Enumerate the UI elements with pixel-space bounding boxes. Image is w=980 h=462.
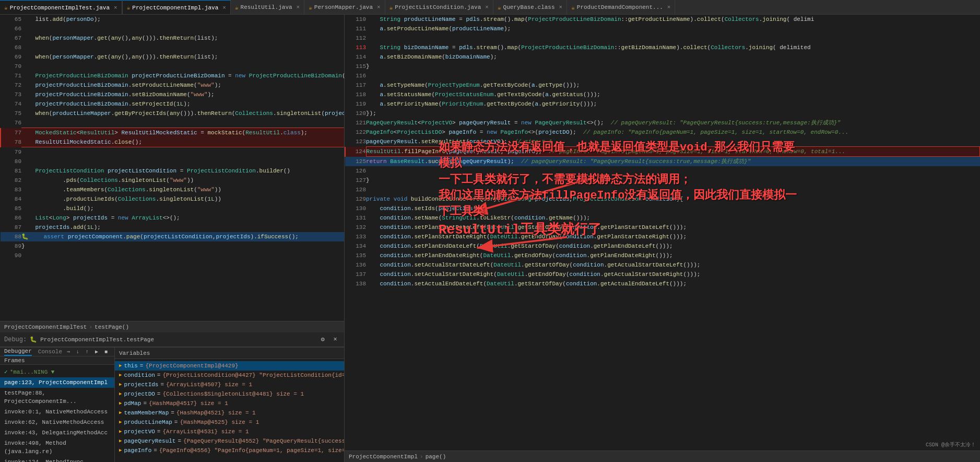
main-layout: 65 list.add(personDo); 66 67 when(person… [0,15,980,462]
table-row: 121 PageQueryResult<ProjectVO> pageQuery… [345,118,980,128]
expand-icon: ▶ [119,362,122,370]
frame-item[interactable]: invoke:43, DelegatingMethodAcc [0,428,114,438]
debugger-tab[interactable]: Debugger [4,348,32,356]
close-icon-r6[interactable]: × [667,4,671,10]
expand-icon: ▶ [119,446,122,455]
step-out-icon[interactable]: ↑ [83,348,91,356]
var-item-teammembermap[interactable]: ▶ teamMemberMap = {HashMap@4521} size = … [115,408,344,418]
close-icon-r5[interactable]: × [559,4,563,10]
tab-java-icon-r6: ☕ [571,4,575,11]
debug-config-label[interactable]: ProjectComponentImplTest.testPage [40,337,154,343]
table-row: 127 } [345,176,980,185]
table-row: 66 [1,24,344,33]
step-into-icon[interactable]: ↓ [74,348,82,356]
table-row: 138 condition.setActualEndDateLeft(DateU… [345,279,980,288]
frames-section: Debugger Console ⇒ ↓ ↑ ▶ ■ ⋮ Frames [0,348,115,462]
tab-right-1[interactable]: ☕ ProjectComponentImpl.java × [123,0,231,15]
breadcrumb-part-r1[interactable]: ProjectComponentImpl [349,454,418,460]
resume-icon[interactable]: ▶ [92,348,101,356]
table-row: 69 when(personMapper.get(any(),any())).t… [1,52,344,62]
table-row: 132 condition.setPlanStartDateLeft(DateU… [345,223,980,232]
table-row: 115 } [345,62,980,71]
var-item-productlinemap[interactable]: ▶ productLineMap = {HashMap@4525} size =… [115,418,344,427]
expand-icon: ▶ [119,399,122,408]
frame-item-active[interactable]: page:123, ProjectComponentImpl [0,377,114,388]
table-row: 84 .productLineIds(Collections.singleton… [1,194,344,204]
variables-header: Variables [115,348,344,359]
table-row: 73 projectProductLineBizDomain.setBizDom… [1,90,344,99]
frame-item[interactable]: invoke:124, MethodInvoc [0,457,114,462]
breadcrumb-part-2[interactable]: testPage() [95,324,129,330]
right-code-area[interactable]: 110 String productLineName = pdls.stream… [345,15,980,451]
right-panel: 110 String productLineName = pdls.stream… [345,15,980,462]
table-row: 117 a.setTypeName(ProjectTypeEnum.getTex… [345,80,980,90]
var-item-pageinfo[interactable]: ▶ pageInfo = {PageInfo@4556} "PageInfo{p… [115,446,344,455]
table-row: 118 a.setStatusName(ProjectStatusEnum.ge… [345,90,980,99]
settings-icon[interactable]: ⚙ [318,335,327,344]
expand-icon: ▶ [119,380,122,389]
var-item-condition[interactable]: ▶ condition = {ProjectListCondition@4427… [115,371,344,380]
table-row: 65 list.add(personDo); [1,15,344,24]
table-row: 75 when(productLineMapper.getByProjectId… [1,109,344,118]
frame-item[interactable]: invoke:0:1, NativeMethodAccess [0,407,114,417]
left-code-table: 65 list.add(personDo); 66 67 when(person… [0,15,344,260]
table-row: 137 condition.setActualStartDateRight(Da… [345,270,980,279]
expand-icon: ▶ [119,418,122,426]
tab-right-6[interactable]: ☕ ProductDemandComponent... × [567,0,675,15]
tab-left-label: ProjectComponentImplTest.java [10,5,110,11]
close-icon-r1[interactable]: × [222,5,226,11]
breadcrumb-part-r2[interactable]: page() [426,454,446,460]
tab-right-5[interactable]: ☕ QueryBase.class × [493,0,567,15]
tab-left-main[interactable]: ☕ ProjectComponentImplTest.java × [0,0,122,15]
var-item-this[interactable]: ▶ this = {ProjectComponentImpl@4429} [115,361,344,371]
frames-label-bar: Frames [0,356,114,365]
debug-icon: 🐛 [30,336,37,343]
table-row: 131 condition.setName(StringUtil.toLikeS… [345,213,980,223]
left-panel: 65 list.add(personDo); 66 67 when(person… [0,15,345,462]
table-row: 83 .teamMembers(Collections.singletonLis… [1,185,344,194]
step-over-icon[interactable]: ⇒ [64,348,73,356]
close-icon[interactable]: × [114,5,117,11]
table-row: 133 condition.setPlanStartDateRight(Date… [345,232,980,241]
tab-java-icon-r4: ☕ [389,4,393,11]
tab-right-2[interactable]: ☕ ResultUtil.java × [231,0,304,15]
table-row: 119 a.setPriorityName(PriorityEnum.getTe… [345,99,980,109]
var-item-pdmap[interactable]: ▶ pdMap = {HashMap@4517} size = 1 [115,399,344,408]
var-item-projectvo[interactable]: ▶ projectVO = {ArrayList@4531} size = 1 [115,427,344,436]
tab-java-icon-r3: ☕ [309,4,312,11]
table-row: 110 String productLineName = pdls.stream… [345,15,980,24]
table-row: 120 }); [345,109,980,118]
close-icon-r2[interactable]: × [297,4,300,10]
close-icon-r4[interactable]: × [485,4,489,10]
table-row: 114 a.setBizDomainName(bizDomainName); [345,52,980,62]
table-row: 74 projectProductLineBizDomain.setProjec… [1,99,344,109]
frame-item[interactable]: ✓ *mai...NING ▼ [0,367,114,377]
variables-section: Variables ▶ this = {ProjectComponentImpl… [115,348,344,462]
var-item-pagequeryresult[interactable]: ▶ pageQueryResult = {PageQueryResult@455… [115,436,344,446]
close-icon-r3[interactable]: × [377,4,381,10]
breadcrumb-part-1[interactable]: ProjectComponentImplTest [4,324,87,330]
debug-label: Debug: [4,336,27,343]
console-tab[interactable]: Console [38,349,62,355]
var-item-projectids[interactable]: ▶ projectIds = {ArrayList@4507} size = 1 [115,380,344,389]
table-row: 89 } [1,241,344,251]
table-row: 80 [1,157,344,166]
frame-item[interactable]: invoke:498, Method (java.lang.re) [0,438,114,457]
breadcrumb-right: ProjectComponentImpl › page() [345,451,980,462]
frames-list[interactable]: ✓ *mai...NING ▼ page:123, ProjectCompone… [0,365,115,462]
tab-right-3[interactable]: ☕ PersonMapper.java × [304,0,385,15]
expand-icon: ▶ [119,437,122,445]
close-debug-icon[interactable]: × [330,335,340,344]
expand-icon: ▶ [119,428,122,436]
variables-list[interactable]: ▶ this = {ProjectComponentImpl@4429} ▶ c… [115,359,344,462]
table-row: 112 [345,33,980,43]
frame-item[interactable]: invoke:62, NativeMethodAccess [0,417,114,428]
left-code-area[interactable]: 65 list.add(personDo); 66 67 when(person… [0,15,344,321]
variables-label: Variables [119,350,150,356]
tab-java-icon-r2: ☕ [235,4,239,11]
frame-item[interactable]: testPage:88, ProjectComponentIm... [0,388,114,407]
table-row: 90 [1,251,344,260]
stop-icon[interactable]: ■ [102,348,110,356]
tab-right-4[interactable]: ☕ ProjectListCondition.java × [385,0,493,15]
var-item-projectdo[interactable]: ▶ projectDO = {Collections$SingletonList… [115,389,344,399]
